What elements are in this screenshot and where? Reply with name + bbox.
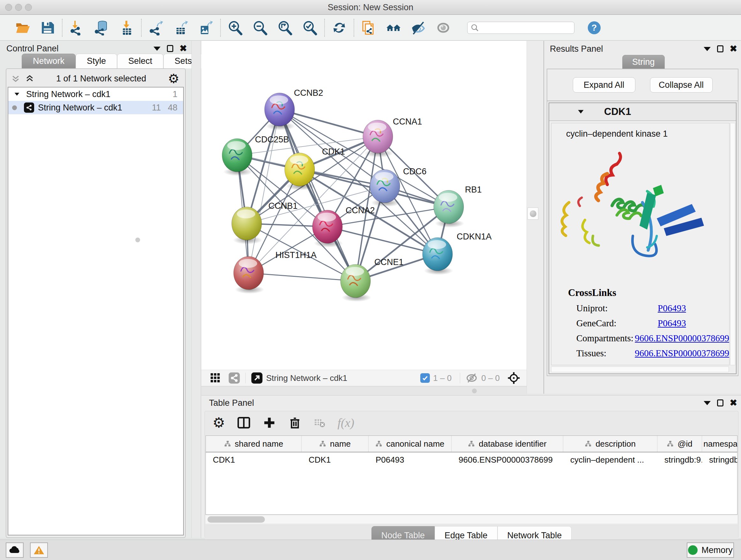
share-view-icon[interactable] — [228, 372, 240, 384]
table-horizontal-scrollbar[interactable] — [205, 515, 738, 523]
network-collection-row[interactable]: String Network – cdk1 1 — [8, 87, 183, 101]
horizontal-splitter-grip[interactable] — [472, 388, 477, 393]
gene-section-header[interactable]: CDK1 — [549, 103, 736, 121]
splitter-grip-button[interactable] — [528, 207, 538, 220]
zoom-fit-icon[interactable] — [277, 20, 293, 36]
network-node-rb1[interactable]: RB1 — [434, 185, 482, 228]
first-neighbors-icon[interactable] — [386, 20, 401, 36]
export-image-icon[interactable] — [198, 20, 214, 36]
table-cell[interactable]: stringdb — [702, 452, 738, 467]
panel-menu-icon[interactable] — [704, 401, 711, 405]
right-splitter[interactable] — [527, 41, 543, 394]
network-row[interactable]: String Network – cdk1 11 48 — [8, 101, 183, 114]
results-horizontal-scrollbar[interactable] — [551, 367, 729, 372]
import-network-from-database-icon[interactable] — [94, 20, 110, 36]
tab-network[interactable]: Network — [22, 54, 76, 68]
collapse-all-icon[interactable] — [11, 74, 20, 83]
selected-checkbox-icon[interactable] — [420, 373, 430, 383]
hide-selected-icon[interactable] — [410, 20, 426, 36]
column-header-canonical-name[interactable]: canonical name — [368, 436, 452, 452]
section-expander-icon[interactable] — [577, 108, 585, 116]
maximize-window-button[interactable] — [25, 4, 32, 11]
collapse-all-button[interactable]: Collapse All — [650, 77, 713, 92]
birdseye-grid-icon[interactable] — [210, 372, 221, 384]
column-header-namespace[interactable]: namespace — [702, 436, 738, 452]
import-network-icon[interactable] — [69, 20, 85, 36]
network-graph[interactable]: CCNB2CCNA1CDC25BCDK1CDC6RB1CCNB1CCNA2CDK… — [201, 41, 527, 370]
memory-button[interactable]: Memory — [687, 543, 734, 558]
function-builder-icon[interactable]: f(x) — [337, 416, 354, 430]
network-view[interactable]: CCNB2CCNA1CDC25BCDK1CDC6RB1CCNB1CCNA2CDK… — [201, 41, 527, 370]
add-column-icon[interactable] — [263, 416, 276, 429]
table-cell[interactable]: CDK1 — [301, 452, 368, 467]
column-header-database-identifier[interactable]: database identifier — [452, 436, 563, 452]
close-panel-icon[interactable]: ✖ — [180, 45, 187, 52]
refresh-layout-icon[interactable] — [331, 20, 347, 36]
close-window-button[interactable] — [5, 4, 12, 11]
expand-all-button[interactable]: Expand All — [573, 77, 635, 92]
delete-column-icon[interactable] — [288, 416, 301, 429]
table-cell[interactable]: stringdb:9... — [657, 452, 702, 467]
zoom-out-icon[interactable] — [252, 20, 268, 36]
network-node-ccnb1[interactable]: CCNB1 — [232, 201, 298, 244]
table-cell[interactable]: cyclin–dependent ... — [563, 452, 657, 467]
column-header-name[interactable]: name — [301, 436, 368, 452]
table-row[interactable]: CDK1CDK1P064939606.ENSP00000378699cyclin… — [206, 452, 737, 467]
open-session-icon[interactable] — [15, 20, 30, 36]
crosslink-genecard[interactable]: P06493 — [658, 318, 686, 328]
help-icon[interactable]: ? — [587, 21, 601, 35]
network-options-gear-icon[interactable]: ⚙ — [168, 72, 179, 85]
cloud-button[interactable] — [6, 543, 23, 558]
float-panel-icon[interactable] — [717, 399, 724, 407]
network-node-hist1h1a[interactable]: HIST1H1A — [233, 250, 317, 294]
expand-all-icon[interactable] — [25, 74, 35, 83]
network-node-ccnb2[interactable]: CCNB2 — [265, 88, 323, 130]
network-node-ccna2[interactable]: CCNA2 — [313, 206, 375, 247]
table-options-gear-icon[interactable]: ⚙ — [212, 416, 225, 430]
network-edge[interactable] — [249, 273, 355, 281]
panel-menu-icon[interactable] — [153, 47, 160, 51]
tab-select[interactable]: Select — [117, 54, 163, 68]
results-vertical-scrollbar[interactable] — [730, 123, 735, 365]
search-input[interactable] — [479, 23, 568, 32]
crosslink-uniprot[interactable]: P06493 — [658, 303, 686, 314]
column-header--id[interactable]: @id — [657, 436, 702, 452]
close-panel-icon[interactable]: ✖ — [730, 45, 737, 52]
crosslink-compartments[interactable]: 9606.ENSP00000378699 — [635, 333, 729, 344]
tab-style[interactable]: Style — [76, 54, 117, 68]
save-session-icon[interactable] — [40, 20, 56, 36]
column-header-description[interactable]: description — [563, 436, 657, 452]
zoom-in-icon[interactable] — [227, 20, 243, 36]
hidden-eye-icon[interactable] — [465, 372, 478, 384]
table-cell[interactable]: 9606.ENSP00000378699 — [452, 452, 563, 467]
warnings-button[interactable] — [30, 543, 48, 558]
network-node-cdc6[interactable]: CDC6 — [370, 167, 427, 207]
network-node-cdkn1a[interactable]: CDKN1A — [422, 232, 492, 275]
network-node-ccne1[interactable]: CCNE1 — [340, 257, 404, 302]
delete-table-icon[interactable] — [314, 416, 325, 429]
table-cell[interactable]: CDK1 — [206, 452, 301, 467]
network-edge[interactable] — [327, 227, 437, 254]
float-panel-icon[interactable] — [167, 45, 173, 52]
show-eye-icon[interactable] — [435, 20, 451, 36]
crosshair-icon[interactable] — [507, 371, 521, 385]
float-panel-icon[interactable] — [717, 45, 724, 52]
close-panel-icon[interactable]: ✖ — [730, 399, 737, 407]
crosslink-pharos[interactable]: P06493 — [658, 363, 686, 365]
search-box[interactable] — [467, 22, 575, 34]
minimize-window-button[interactable] — [15, 4, 22, 11]
zoom-selected-icon[interactable] — [302, 20, 318, 36]
panel-menu-icon[interactable] — [704, 47, 711, 51]
control-panel-splitter-grip[interactable] — [135, 238, 140, 242]
show-columns-icon[interactable] — [237, 416, 251, 429]
import-table-icon[interactable] — [119, 20, 135, 36]
table-cell[interactable]: P06493 — [368, 452, 452, 467]
export-network-icon[interactable] — [148, 20, 164, 36]
tab-string[interactable]: String — [622, 55, 665, 69]
export-table-icon[interactable] — [173, 20, 189, 36]
clone-network-icon[interactable] — [360, 20, 377, 36]
column-header-shared-name[interactable]: shared name — [206, 436, 301, 452]
detach-view-icon[interactable] — [251, 372, 263, 384]
left-splitter[interactable] — [192, 41, 201, 538]
scrollbar-thumb[interactable] — [207, 516, 265, 523]
